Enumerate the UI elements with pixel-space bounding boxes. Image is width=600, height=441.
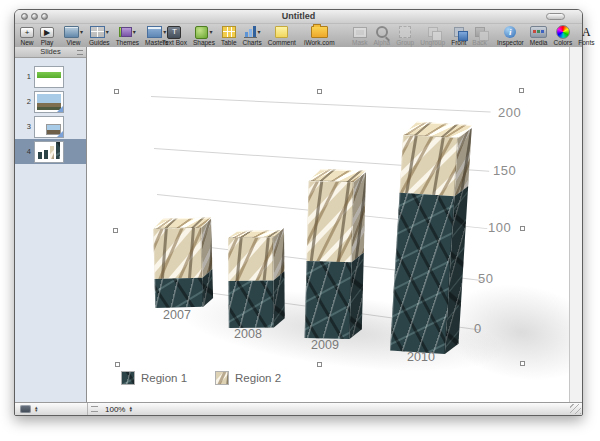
toolbar-button-media[interactable]: Media [530,25,548,46]
toolbar-button-new[interactable]: + New [20,25,34,46]
selection-handle-top-left[interactable] [114,89,119,94]
corner-fold-icon [57,106,63,112]
table-icon [222,26,236,38]
chevron-down-icon: ▾ [80,25,83,39]
chevron-down-icon: ▾ [258,25,261,39]
window-title: Untitled [15,11,582,21]
legend-label: Region 1 [141,372,187,384]
bar-side-face [201,219,213,307]
corner-fold-icon [57,131,63,137]
toolbar-button-play[interactable]: ▶ Play [40,25,54,46]
toolbar-button-guides[interactable]: ▾ Guides [89,25,110,46]
status-bar: ▴▾ 100% ▴▾ [15,402,582,415]
toolbar: + New ▶ Play ▾ View ▾ Guides ▾ Themes ▾ [15,24,582,49]
bar-segment-region2 [153,228,202,279]
toolbar-button-charts[interactable]: ▾ Charts [243,25,262,46]
selection-handle-top-center[interactable] [317,89,322,94]
send-to-back-icon [475,27,485,37]
fonts-icon: A [582,26,591,39]
guides-icon [90,26,105,38]
play-icon: ▶ [40,27,54,38]
toolbar-button-table[interactable]: Table [221,25,237,46]
zoom-stepper[interactable]: ▴▾ [129,406,132,412]
color-wheel-icon [556,25,570,39]
toolbar-button-inspector[interactable]: i Inspector [497,25,524,46]
slide-thumbnail-2[interactable]: 2 [15,89,86,114]
slide-size-icon[interactable] [20,405,31,413]
green-title-bar [37,72,61,78]
selection-handle-mid-left[interactable] [113,228,118,233]
bring-to-front-icon [454,27,464,37]
selection-handle-bottom-left[interactable] [115,362,120,367]
shapes-icon [195,26,208,39]
toolbar-toggle-pill[interactable] [546,13,565,20]
selection-handle-mid-right[interactable] [520,226,525,231]
keynote-window: Untitled + New ▶ Play ▾ View ▾ Guides [14,9,583,416]
slide-3-thumb[interactable] [34,116,64,138]
zoom-control[interactable]: 100% ▴▾ [105,403,132,415]
toolbar-button-front[interactable]: Front [451,25,466,46]
slide-thumbnail-4-selected[interactable]: 4 [15,139,86,164]
gridline-200 [151,96,491,112]
desktop: Untitled + New ▶ Play ▾ View ▾ Guides [0,0,600,441]
slide-4-thumb[interactable] [34,141,64,163]
selection-handle-bottom-center[interactable] [317,362,322,367]
legend-swatch-region1 [121,371,135,385]
slide-number: 2 [15,97,31,106]
chevron-down-icon: ▾ [106,25,109,39]
mask-icon [353,27,367,38]
bar-segment-region1 [155,278,204,308]
slide-navigator: Slides 1 2 3 4 [15,47,87,403]
legend-swatch-region2 [215,371,229,385]
media-icon [530,26,547,38]
slide-2-thumb[interactable] [34,91,64,113]
sidebar-resize-grip-icon[interactable] [77,50,83,55]
title-bar[interactable]: Untitled [15,10,582,24]
vertical-scrollbar[interactable] [569,47,582,403]
toolbar-button-comment[interactable]: Comment [268,25,296,46]
axis-tick-label: 100 [488,220,511,235]
slide-number: 1 [15,72,31,81]
toolbar-button-group[interactable]: Group [396,25,414,46]
axis-tick-label: 150 [493,163,516,178]
themes-icon [119,27,132,37]
bar-side-face [273,228,285,327]
statusbar-slide-controls: ▴▾ [15,403,88,415]
toolbar-button-themes[interactable]: ▾ Themes [116,25,139,46]
zoom-level: 100% [105,405,125,414]
statusbar-grip-icon[interactable] [91,406,98,412]
mini-chart-thumbnail [38,142,60,159]
window-resize-grip[interactable] [570,404,581,414]
charts-icon [244,26,257,38]
toolbar-button-alpha[interactable]: Alpha [374,25,391,46]
toolbar-button-view[interactable]: ▾ View [64,25,83,46]
slide-1-thumb[interactable] [34,66,64,88]
toolbar-button-back[interactable]: Back [472,25,486,46]
toolbar-button-mask[interactable]: Mask [352,25,368,46]
toolbar-button-colors[interactable]: Colors [553,25,572,46]
ungroup-icon [428,27,438,37]
slide-thumbnail-1[interactable]: 1 [15,64,86,89]
toolbar-button-textbox[interactable]: T Text Box [162,25,187,46]
category-label: 2008 [226,327,270,341]
slides-header-label: Slides [40,47,60,56]
slide-stepper[interactable]: ▴▾ [35,406,38,412]
toolbar-button-ungroup[interactable]: Ungroup [420,25,445,46]
selection-handle-top-right[interactable] [519,88,524,93]
bar-segment-region1 [228,281,273,328]
bar-segment-region1 [305,261,352,339]
toolbar-button-fonts[interactable]: A Fonts [578,25,594,46]
main-area: Slides 1 2 3 4 [15,47,582,403]
slides-header: Slides [15,47,86,58]
comment-icon [275,26,288,38]
toolbar-button-iwork[interactable]: iWork.com [304,25,335,46]
selection-handle-bottom-right[interactable] [520,361,525,366]
toolbar-button-shapes[interactable]: ▾ Shapes [193,25,215,46]
axis-tick-label: 200 [498,105,521,120]
slide-canvas[interactable]: 200 150 100 50 0 [87,47,569,403]
category-label: 2009 [303,338,347,352]
bar-segment-region1 [390,193,455,354]
slide-thumbnail-3[interactable]: 3 [15,114,86,139]
category-label: 2010 [399,350,443,364]
bar-segment-region2 [400,135,458,196]
